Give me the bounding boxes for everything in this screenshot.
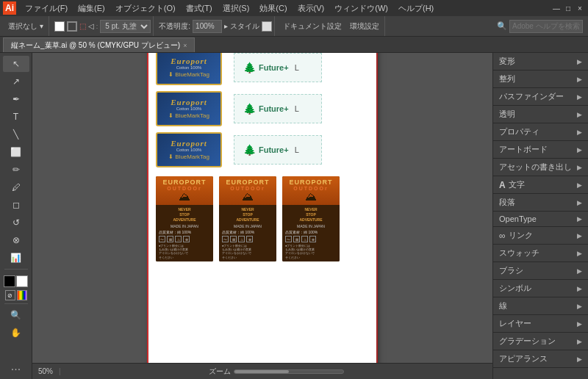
maximize-button[interactable]: □ (563, 3, 573, 13)
tool-select[interactable]: ↖ (3, 56, 29, 72)
menu-object[interactable]: オブジェクト(O) (111, 1, 180, 15)
panel-pathfinder-header[interactable]: パスファインダー ▶ (493, 88, 588, 105)
style-swatch[interactable] (262, 21, 272, 32)
color-swatches: ⊘ (4, 275, 28, 300)
foreground-color[interactable] (4, 275, 15, 287)
doc-settings-button[interactable]: ドキュメント設定 (280, 20, 345, 33)
bleed-right (376, 53, 378, 363)
menu-window[interactable]: ウィンドウ(W) (330, 1, 392, 15)
tab-close-button[interactable]: × (183, 42, 187, 49)
background-color[interactable] (16, 275, 28, 287)
panel-appearance-header[interactable]: アピアランス ▶ (493, 350, 588, 367)
stroke-size-select[interactable]: 5 pt. 丸塗 (100, 20, 151, 33)
tool-hand[interactable]: ✋ (3, 325, 29, 341)
panel-artboard-header[interactable]: アートボード ▶ (493, 141, 588, 158)
document-tab[interactable]: 縦ネーム_葉草.ai @ 50 % (CMYK/GPU プレビュー) × (3, 37, 195, 52)
menu-view[interactable]: 表示(V) (293, 1, 329, 15)
menu-help[interactable]: ヘルプ(H) (394, 1, 438, 15)
future-size-2: L (295, 104, 299, 113)
panel-transparency-header[interactable]: 透明 ▶ (493, 106, 588, 123)
europort-brand-1: Europort (171, 57, 207, 65)
panel-transform-label: 変形 (499, 56, 515, 67)
europort-line1-3: Cotton 100% (176, 148, 202, 153)
none-color[interactable]: ⊘ (5, 290, 15, 300)
outdoor-tagline-1: NEVER STOP ADVENTURE (159, 207, 210, 223)
stroke-section: ⬚ ◁ : 5 pt. 丸塗 (52, 16, 154, 36)
canvas-page[interactable]: Europort Cotton 100% ⬇ BlueMarkTag 🌲 Fut… (148, 53, 376, 363)
panel-brushes-chevron: ▶ (577, 267, 582, 275)
tool-separator-2 (4, 303, 28, 304)
panel-paragraph-label: 段落 (499, 197, 515, 208)
panel-brushes-header[interactable]: ブラシ ▶ (493, 262, 588, 279)
tool-rotate[interactable]: ↺ (3, 214, 29, 231)
care-dry2-1: ⊗ (183, 236, 190, 242)
panel-asset-export-header[interactable]: アセットの書き出し ▶ (493, 159, 588, 176)
panel-opentype-header[interactable]: OpenType ▶ (493, 212, 588, 226)
tool-direct-select[interactable]: ↗ (3, 73, 29, 90)
panel-properties-header[interactable]: プロパティ ▶ (493, 123, 588, 140)
tool-paintbrush[interactable]: ✏ (3, 162, 29, 178)
panel-symbols: シンボル ▶ (493, 280, 588, 297)
panel-properties: プロパティ ▶ (493, 123, 588, 141)
opacity-input[interactable] (193, 20, 222, 33)
panel-artboard: アートボード ▶ (493, 141, 588, 159)
close-button[interactable]: × (575, 3, 585, 13)
outdoor-care-icons-3: 〜 ⊠ ♨ ⊗ (285, 236, 337, 242)
panel-symbols-header[interactable]: シンボル ▶ (493, 280, 588, 297)
menu-effect[interactable]: 効果(C) (255, 1, 291, 15)
europort-label-2: Europort Cotton 100% ⬇ BlueMarkTag (156, 91, 222, 126)
tool-chart[interactable]: 📊 (3, 250, 29, 266)
menu-select[interactable]: 選択(S) (218, 1, 254, 15)
care-dry2-2: ⊗ (246, 236, 253, 242)
search-input[interactable] (509, 20, 583, 33)
menu-bar: Ai ファイル(F) 編集(E) オブジェクト(O) 書式(T) 選択(S) 効… (0, 0, 588, 16)
europort-icon-3: ⬇ BlueMarkTag (168, 154, 209, 160)
tool-type[interactable]: T (3, 109, 29, 125)
care-wash-1: 〜 (159, 236, 165, 242)
menu-type[interactable]: 書式(T) (182, 1, 217, 15)
menu-file[interactable]: ファイル(F) (21, 1, 72, 15)
panel-stroke-header[interactable]: 線 ▶ (493, 297, 588, 314)
panel-layers-label: レイヤー (499, 318, 531, 329)
canvas-scroll[interactable]: Europort Cotton 100% ⬇ BlueMarkTag 🌲 Fut… (32, 53, 492, 363)
outdoor-made-2: MADE IN JAPAN (222, 224, 273, 228)
links-icon: ∞ (499, 231, 506, 241)
opacity-section: 不透明度: ▸ スタイル (157, 16, 275, 36)
selection-mode-button[interactable]: 選択なし ▾ (5, 20, 46, 33)
panel-character-header[interactable]: A 文字 ▶ (493, 176, 588, 193)
app-logo: Ai (3, 1, 16, 15)
outdoor-material-2: 品質素材：綿 100% (222, 230, 273, 235)
tool-blend[interactable]: ⊗ (3, 232, 29, 248)
panel-layers-chevron: ▶ (577, 320, 582, 328)
panel-pathfinder-label: パスファインダー (499, 91, 564, 102)
panel-swatches-header[interactable]: スウォッチ ▶ (493, 245, 588, 261)
panel-artboard-label: アートボード (499, 144, 548, 155)
panel-appearance-chevron: ▶ (577, 355, 582, 363)
zoom-label: ズーム (209, 367, 231, 377)
tool-line[interactable]: ╲ (3, 126, 29, 142)
left-toolbox: ↖ ↗ ✒ T ╲ ⬜ ✏ 🖊 ◻ ↺ ⊗ 📊 ⊘ 🔍 ✋ ··· (0, 53, 32, 379)
panel-gradient-header[interactable]: グラデーション ▶ (493, 333, 588, 350)
panel-paragraph-header[interactable]: 段落 ▶ (493, 194, 588, 211)
label-row-3: Europort Cotton 100% ⬇ BlueMarkTag 🌲 Fut… (156, 132, 369, 167)
menu-edit[interactable]: 編集(E) (74, 1, 110, 15)
gradient-color[interactable] (17, 290, 27, 300)
tool-rect[interactable]: ⬜ (3, 144, 29, 160)
minimize-button[interactable]: — (551, 3, 562, 13)
panel-transform-header[interactable]: 変形 ▶ (493, 53, 588, 70)
tool-zoom[interactable]: 🔍 (3, 307, 29, 323)
fill-swatch[interactable] (54, 21, 65, 32)
panel-swatches-label: スウォッチ (499, 248, 539, 259)
env-settings-button[interactable]: 環境設定 (347, 20, 382, 33)
tool-pencil[interactable]: 🖊 (3, 179, 29, 195)
stroke-swatch[interactable] (67, 21, 77, 32)
more-tools-button[interactable]: ··· (11, 363, 21, 376)
future-label-1: 🌲 Future+ L (234, 53, 322, 82)
panel-links-header[interactable]: ∞ リンク ▶ (493, 227, 588, 244)
panel-layers-header[interactable]: レイヤー ▶ (493, 315, 588, 332)
outdoor-label-1: EUROPORT OUTDOOr ⛰ NEVER STOP ADVENTURE (156, 176, 213, 261)
care-iron-3: ♨ (301, 236, 308, 242)
tool-pen[interactable]: ✒ (3, 91, 29, 107)
tool-eraser[interactable]: ◻ (3, 197, 29, 213)
panel-align-header[interactable]: 整列 ▶ (493, 71, 588, 87)
